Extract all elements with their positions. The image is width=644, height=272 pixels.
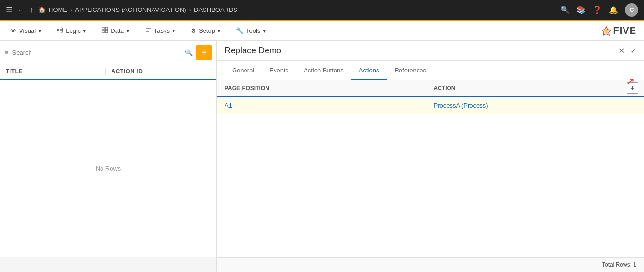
svg-line-4 xyxy=(59,30,61,31)
menu-logic[interactable]: Logic ▾ xyxy=(54,25,89,37)
help-icon[interactable]: ❓ xyxy=(593,5,602,14)
search-bar-inner: ≡ 🔍 xyxy=(5,49,193,56)
col-page-position-header: Page Position xyxy=(225,85,428,91)
main-layout: ≡ 🔍 + Title Action ID No Rows Replace De… xyxy=(0,41,644,272)
menu-icon[interactable]: ☰ xyxy=(6,5,12,14)
menu-bar: 👁 Visual ▾ Logic ▾ Data ▾ Tasks ▾ ⚙ xyxy=(0,21,644,41)
content-footer: Total Rows: 1 xyxy=(217,257,644,272)
table-row[interactable]: A1 ProcessA (Process) xyxy=(217,97,644,114)
svg-point-1 xyxy=(61,28,63,30)
data-label: Data xyxy=(111,27,123,34)
red-arrow-indicator: ↗ xyxy=(626,76,634,87)
filter-icon: ≡ xyxy=(5,49,9,56)
col-action-header: Action xyxy=(428,85,637,91)
setup-arrow: ▾ xyxy=(217,27,221,34)
top-bar-left: ☰ ← ↑ 🏠 HOME › APPLICATIONS (ACTIONNAVIG… xyxy=(6,5,237,14)
left-table-header: Title Action ID xyxy=(0,64,216,80)
tabs-bar: General Events Action Buttons Actions Re… xyxy=(217,61,644,80)
row-page-position: A1 xyxy=(225,102,428,109)
tasks-arrow: ▾ xyxy=(172,27,175,34)
menu-data[interactable]: Data ▾ xyxy=(99,25,132,37)
five-logo-text: FIVE xyxy=(613,25,636,36)
logic-label: Logic xyxy=(66,27,81,34)
data-arrow: ▾ xyxy=(126,27,130,34)
logic-arrow: ▾ xyxy=(83,27,86,34)
avatar[interactable]: C xyxy=(625,3,638,17)
left-table-body: No Rows xyxy=(0,80,216,257)
svg-marker-13 xyxy=(603,28,609,34)
home-icon: 🏠 xyxy=(38,6,46,13)
svg-rect-8 xyxy=(105,30,108,33)
setup-label: Setup xyxy=(199,27,215,34)
menu-setup[interactable]: ⚙ Setup ▾ xyxy=(188,25,224,36)
left-panel: ≡ 🔍 + Title Action ID No Rows xyxy=(0,41,217,272)
col-action-id-header: Action ID xyxy=(105,68,211,75)
tab-events[interactable]: Events xyxy=(262,61,296,80)
data-icon xyxy=(102,27,108,35)
visual-icon: 👁 xyxy=(10,27,17,34)
no-rows-text: No Rows xyxy=(96,165,121,172)
tools-icon: 🔧 xyxy=(236,27,244,34)
notifications-icon[interactable]: 🔔 xyxy=(609,5,618,14)
svg-rect-5 xyxy=(102,27,104,30)
confirm-icon[interactable]: ✓ xyxy=(630,46,636,55)
right-panel: Replace Demo ✕ ✓ General Events Action B… xyxy=(217,41,644,272)
close-icon[interactable]: ✕ xyxy=(618,46,624,55)
menu-visual[interactable]: 👁 Visual ▾ xyxy=(8,25,44,36)
setup-icon: ⚙ xyxy=(191,27,196,34)
svg-line-3 xyxy=(59,29,61,30)
row-action: ProcessA (Process) xyxy=(428,102,637,109)
tools-arrow: ▾ xyxy=(263,27,266,34)
menu-bar-left: 👁 Visual ▾ Logic ▾ Data ▾ Tasks ▾ ⚙ xyxy=(8,25,269,37)
tasks-icon xyxy=(145,27,152,35)
search-global-icon[interactable]: 🔍 xyxy=(560,5,570,14)
dashboard-label[interactable]: DASHBOARDS xyxy=(194,6,237,13)
breadcrumb-sep-1: › xyxy=(70,6,72,13)
content-table-header: Page Position Action + ↗ xyxy=(217,80,644,97)
tab-general[interactable]: General xyxy=(225,61,262,80)
menu-tools[interactable]: 🔧 Tools ▾ xyxy=(233,25,269,36)
content-area: Page Position Action + ↗ A1 ProcessA (Pr… xyxy=(217,80,644,257)
visual-arrow: ▾ xyxy=(38,27,41,34)
add-button[interactable]: + xyxy=(196,45,212,60)
left-panel-footer xyxy=(0,257,216,272)
menu-tasks[interactable]: Tasks ▾ xyxy=(142,25,178,37)
tab-actions[interactable]: Actions xyxy=(351,61,387,80)
books-icon[interactable]: 📚 xyxy=(576,5,586,14)
visual-label: Visual xyxy=(19,27,36,34)
breadcrumb: 🏠 HOME › APPLICATIONS (ACTIONNAVIGATION)… xyxy=(38,6,237,13)
logic-icon xyxy=(57,27,63,35)
home-label[interactable]: HOME xyxy=(49,6,67,13)
back-icon[interactable]: ← xyxy=(17,6,25,14)
search-icon: 🔍 xyxy=(185,49,193,56)
tab-action-buttons[interactable]: Action Buttons xyxy=(296,61,351,80)
total-rows-text: Total Rows: 1 xyxy=(602,262,636,268)
svg-rect-7 xyxy=(102,30,104,33)
svg-point-2 xyxy=(61,30,63,32)
search-bar: ≡ 🔍 + xyxy=(0,41,216,64)
col-title-header: Title xyxy=(6,68,105,75)
panel-actions: ✕ ✓ xyxy=(618,46,636,55)
svg-rect-6 xyxy=(105,27,108,30)
panel-title: Replace Demo xyxy=(225,46,281,56)
breadcrumb-sep-2: › xyxy=(189,6,191,13)
tab-references[interactable]: References xyxy=(387,61,433,80)
app-label[interactable]: APPLICATIONS (ACTIONNAVIGATION) xyxy=(75,6,186,13)
svg-point-0 xyxy=(57,29,59,31)
tasks-label: Tasks xyxy=(154,27,170,34)
top-bar: ☰ ← ↑ 🏠 HOME › APPLICATIONS (ACTIONNAVIG… xyxy=(0,0,644,21)
up-icon[interactable]: ↑ xyxy=(30,6,33,14)
tools-label: Tools xyxy=(246,27,260,34)
search-input[interactable] xyxy=(12,49,181,56)
top-bar-right: 🔍 📚 ❓ 🔔 C xyxy=(560,3,638,17)
five-logo-icon xyxy=(601,26,612,36)
panel-header: Replace Demo ✕ ✓ xyxy=(217,41,644,61)
five-logo: FIVE xyxy=(601,25,636,36)
